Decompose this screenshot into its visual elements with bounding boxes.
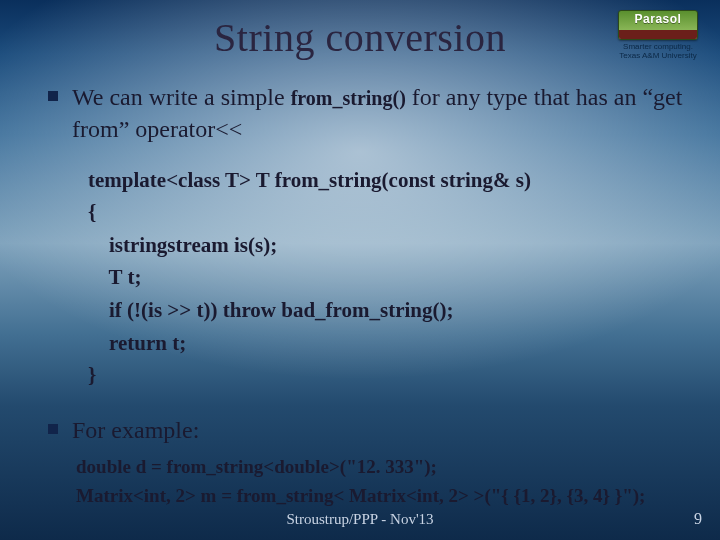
- logo-word: Parasol: [619, 12, 697, 26]
- code-block: template<class T> T from_string(const st…: [88, 164, 684, 392]
- text-fragment: We can write a simple: [72, 84, 291, 110]
- bullet-text: For example:: [72, 414, 199, 446]
- logo-box: Parasol: [618, 10, 698, 40]
- slide: Parasol Smarter computing. Texas A&M Uni…: [0, 0, 720, 540]
- logo-tagline: Smarter computing.: [610, 42, 706, 51]
- square-bullet-icon: [48, 91, 58, 101]
- code-line: istringstream is(s);: [88, 229, 684, 262]
- bullet-item: For example:: [48, 414, 684, 446]
- logo-university: Texas A&M University: [610, 51, 706, 60]
- footer-text: Stroustrup/PPP - Nov'13: [0, 511, 720, 528]
- square-bullet-icon: [48, 424, 58, 434]
- code-line: {: [88, 196, 684, 229]
- code-line: T t;: [88, 261, 684, 294]
- page-number: 9: [694, 510, 702, 528]
- code-line: return t;: [88, 327, 684, 360]
- code-line: Matrix<int, 2> m = from_string< Matrix<i…: [76, 481, 684, 510]
- code-line: double d = from_string<double>("12. 333"…: [76, 452, 684, 481]
- code-line: template<class T> T from_string(const st…: [88, 164, 684, 197]
- bullet-text: We can write a simple from_string() for …: [72, 81, 684, 146]
- code-line: if (!(is >> t)) throw bad_from_string();: [88, 294, 684, 327]
- bullet-item: We can write a simple from_string() for …: [48, 81, 684, 146]
- code-line: }: [88, 359, 684, 392]
- text-fragment: for any type that has an: [406, 84, 643, 110]
- code-inline: from_string(): [291, 87, 406, 109]
- slide-body: We can write a simple from_string() for …: [0, 61, 720, 511]
- logo: Parasol Smarter computing. Texas A&M Uni…: [610, 10, 706, 60]
- example-block: double d = from_string<double>("12. 333"…: [76, 452, 684, 511]
- logo-stripe: [619, 30, 697, 39]
